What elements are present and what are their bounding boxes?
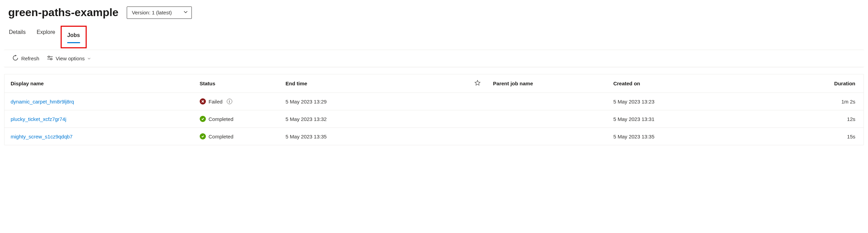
created-on-cell: 5 May 2023 13:35	[607, 128, 796, 145]
status-text: Completed	[209, 116, 234, 122]
tab-details[interactable]: Details	[8, 26, 26, 48]
parent-job-cell	[487, 110, 607, 128]
success-icon	[200, 116, 206, 122]
duration-cell: 1m 2s	[796, 93, 864, 110]
created-on-cell: 5 May 2023 13:31	[607, 110, 796, 128]
created-on-cell: 5 May 2023 13:23	[607, 93, 796, 110]
col-favorite[interactable]	[468, 74, 487, 93]
job-name-link[interactable]: dynamic_carpet_hm8r9lj8rq	[11, 99, 74, 105]
favorite-cell[interactable]	[468, 93, 487, 110]
error-icon	[200, 98, 206, 105]
status-cell: Failedi	[200, 98, 273, 105]
chevron-down-icon	[87, 56, 91, 61]
job-name-link[interactable]: plucky_ticket_xcfz7gr74j	[11, 116, 66, 122]
parent-job-cell	[487, 128, 607, 145]
version-label: Version: 1 (latest)	[132, 10, 172, 15]
tab-jobs[interactable]: Jobs	[66, 29, 80, 43]
success-icon	[200, 133, 206, 139]
duration-cell: 12s	[796, 110, 864, 128]
star-icon	[474, 80, 481, 86]
col-end-time[interactable]: End time	[280, 74, 469, 93]
end-time-cell: 5 May 2023 13:35	[280, 128, 469, 145]
status-cell: Completed	[200, 133, 273, 139]
col-display-name[interactable]: Display name	[4, 74, 194, 93]
status-text: Completed	[209, 134, 234, 139]
svg-point-1	[48, 56, 50, 58]
col-status[interactable]: Status	[194, 74, 280, 93]
tab-highlight: Jobs	[61, 26, 86, 48]
table-header-row: Display name Status End time Parent job …	[4, 74, 864, 93]
info-icon[interactable]: i	[227, 99, 232, 104]
refresh-label: Refresh	[21, 56, 39, 61]
svg-point-3	[50, 58, 52, 60]
toolbar: Refresh View options	[4, 50, 864, 67]
favorite-cell[interactable]	[468, 128, 487, 145]
chevron-down-icon	[183, 10, 188, 15]
job-name-link[interactable]: mighty_screw_s1cz9qdqb7	[11, 134, 73, 139]
favorite-cell[interactable]	[468, 110, 487, 128]
table-row: mighty_screw_s1cz9qdqb7Completed5 May 20…	[4, 128, 864, 145]
table-row: dynamic_carpet_hm8r9lj8rqFailedi5 May 20…	[4, 93, 864, 110]
status-text: Failed	[209, 99, 223, 105]
version-dropdown[interactable]: Version: 1 (latest)	[127, 7, 192, 19]
col-parent-job[interactable]: Parent job name	[487, 74, 607, 93]
page-title: green-paths-example	[8, 6, 119, 19]
view-options-label: View options	[56, 56, 85, 61]
duration-cell: 15s	[796, 128, 864, 145]
col-duration[interactable]: Duration	[796, 74, 864, 93]
end-time-cell: 5 May 2023 13:29	[280, 93, 469, 110]
end-time-cell: 5 May 2023 13:32	[280, 110, 469, 128]
parent-job-cell	[487, 93, 607, 110]
jobs-table: Display name Status End time Parent job …	[4, 74, 864, 145]
sliders-icon	[47, 55, 53, 62]
table-row: plucky_ticket_xcfz7gr74jCompleted5 May 2…	[4, 110, 864, 128]
tabs: DetailsExploreJobs	[0, 22, 868, 48]
col-created-on[interactable]: Created on	[607, 74, 796, 93]
refresh-icon	[12, 55, 18, 62]
tab-explore[interactable]: Explore	[36, 26, 56, 48]
refresh-button[interactable]: Refresh	[12, 55, 39, 62]
view-options-button[interactable]: View options	[47, 55, 91, 62]
status-cell: Completed	[200, 116, 273, 122]
